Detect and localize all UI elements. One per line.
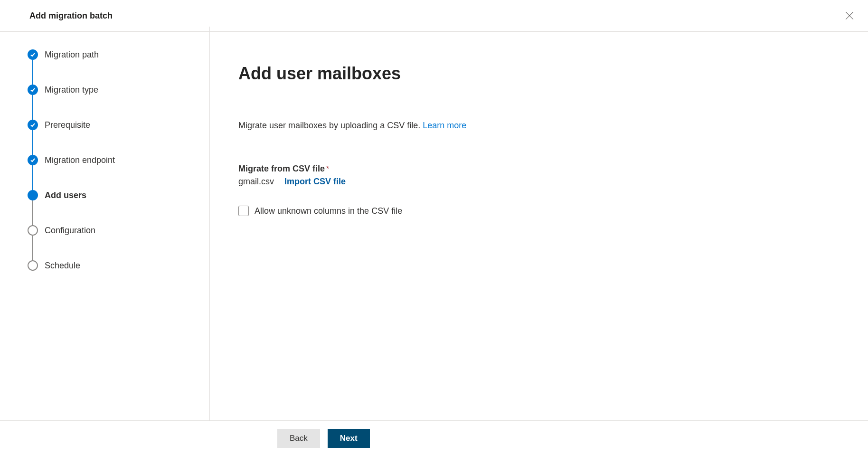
csv-field-label: Migrate from CSV file bbox=[238, 164, 325, 173]
back-button[interactable]: Back bbox=[277, 429, 320, 448]
checkmark-icon bbox=[28, 155, 38, 165]
wizard-title: Add migration batch bbox=[29, 11, 113, 21]
content-description: Migrate user mailboxes by uploading a CS… bbox=[238, 121, 840, 131]
wizard-content: Add user mailboxes Migrate user mailboxe… bbox=[210, 27, 868, 420]
checkmark-icon bbox=[28, 120, 38, 130]
step-migration-endpoint[interactable]: Migration endpoint bbox=[28, 155, 190, 190]
allow-unknown-columns-checkbox[interactable] bbox=[238, 206, 249, 216]
required-asterisk-icon: * bbox=[326, 165, 329, 173]
step-schedule[interactable]: Schedule bbox=[28, 260, 190, 271]
step-prerequisite[interactable]: Prerequisite bbox=[28, 120, 190, 155]
step-label: Add users bbox=[45, 190, 86, 200]
step-migration-type[interactable]: Migration type bbox=[28, 85, 190, 120]
current-step-dot-icon bbox=[28, 190, 38, 200]
step-label: Schedule bbox=[45, 261, 80, 271]
checkmark-icon bbox=[28, 85, 38, 95]
allow-unknown-columns-label: Allow unknown columns in the CSV file bbox=[255, 206, 402, 216]
csv-field-group: Migrate from CSV file* gmail.csv Import … bbox=[238, 164, 840, 187]
step-migration-path[interactable]: Migration path bbox=[28, 49, 190, 85]
allow-unknown-columns-row: Allow unknown columns in the CSV file bbox=[238, 206, 840, 216]
content-title: Add user mailboxes bbox=[238, 64, 840, 84]
pending-step-circle-icon bbox=[28, 260, 38, 271]
step-configuration[interactable]: Configuration bbox=[28, 225, 190, 260]
csv-field-label-row: Migrate from CSV file* bbox=[238, 164, 840, 174]
step-add-users[interactable]: Add users bbox=[28, 190, 190, 225]
checkmark-icon bbox=[28, 49, 38, 60]
csv-file-row: gmail.csv Import CSV file bbox=[238, 177, 840, 187]
wizard-body: Migration path Migration type Prerequisi… bbox=[0, 27, 868, 421]
step-label: Configuration bbox=[45, 226, 95, 236]
step-label: Prerequisite bbox=[45, 120, 90, 130]
pending-step-circle-icon bbox=[28, 225, 38, 236]
step-label: Migration endpoint bbox=[45, 155, 115, 165]
step-label: Migration path bbox=[45, 50, 99, 60]
step-label: Migration type bbox=[45, 85, 98, 95]
learn-more-link[interactable]: Learn more bbox=[423, 121, 466, 130]
close-button[interactable] bbox=[842, 9, 857, 23]
close-icon bbox=[845, 11, 854, 20]
description-text: Migrate user mailboxes by uploading a CS… bbox=[238, 121, 423, 130]
csv-file-name: gmail.csv bbox=[238, 177, 274, 187]
wizard-footer: Back Next bbox=[0, 421, 868, 456]
next-button[interactable]: Next bbox=[328, 429, 370, 448]
import-csv-button[interactable]: Import CSV file bbox=[284, 177, 346, 187]
step-sidebar: Migration path Migration type Prerequisi… bbox=[0, 27, 210, 420]
step-list: Migration path Migration type Prerequisi… bbox=[28, 49, 190, 271]
